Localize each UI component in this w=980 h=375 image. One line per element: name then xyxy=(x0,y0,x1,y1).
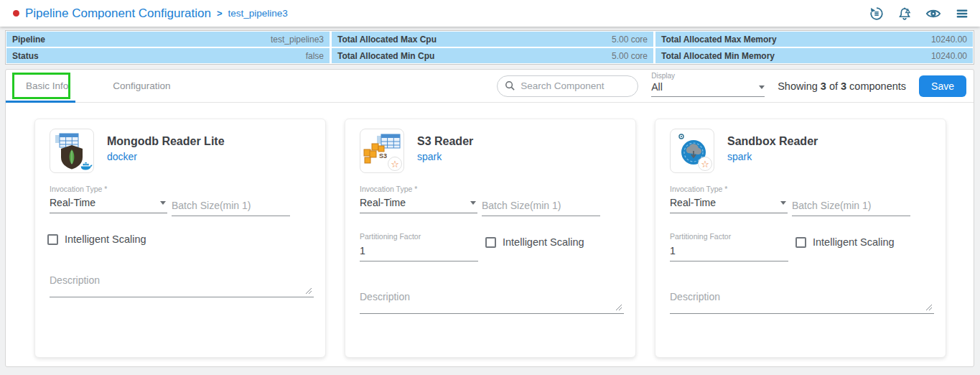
description-textarea[interactable] xyxy=(360,288,624,314)
display-filter-dropdown[interactable]: Display All xyxy=(651,72,765,97)
breadcrumb-chevron-icon: > xyxy=(217,8,223,19)
summary-cell-pipeline: Pipeline test_pipeline3 xyxy=(6,32,330,47)
intelligent-scaling-label: Intelligent Scaling xyxy=(503,236,584,248)
summary-label: Status xyxy=(12,51,39,61)
menu-list-icon[interactable] xyxy=(954,6,970,22)
intelligent-scaling-label: Intelligent Scaling xyxy=(813,236,895,248)
search-icon xyxy=(505,80,515,91)
component-card-mongodb-reader-lite: Mongodb Reader Lite docker Invocation Ty… xyxy=(34,119,326,358)
s3-spark-icon: S3 ☆ xyxy=(360,129,404,173)
page-title: Pipeline Component Configuration xyxy=(25,6,211,21)
summary-value: 5.00 core xyxy=(612,51,648,61)
summary-value: 10240.00 xyxy=(931,51,967,61)
history-icon[interactable] xyxy=(869,6,885,22)
sandbox-spark-icon: ☆ xyxy=(670,129,714,173)
preview-eye-icon[interactable] xyxy=(925,6,942,22)
component-engine: spark xyxy=(727,151,818,162)
batch-size-input[interactable] xyxy=(172,196,290,216)
partitioning-factor-label: Partitioning Factor xyxy=(670,232,788,241)
summary-cell-min-cpu: Total Allocated Min Cpu 5.00 core xyxy=(332,48,653,63)
component-card-sandbox-reader: ☆ Sandbox Reader spark Invocation Type *… xyxy=(655,119,946,358)
search-component-box xyxy=(497,75,638,97)
invocation-type-value: Real-Time xyxy=(670,197,716,208)
intelligent-scaling-checkbox[interactable] xyxy=(795,237,806,248)
invocation-type-select[interactable]: Real-Time xyxy=(50,193,167,213)
summary-value: 5.00 core xyxy=(612,34,648,45)
chevron-down-icon xyxy=(759,85,765,89)
intelligent-scaling-checkbox[interactable] xyxy=(485,237,496,248)
component-card-s3-reader: S3 ☆ S3 Reader spark Invocation Type * R… xyxy=(345,119,636,358)
invocation-type-value: Real-Time xyxy=(50,197,95,208)
summary-cell-max-memory: Total Allocated Max Memory 10240.00 xyxy=(655,32,973,47)
invocation-type-label: Invocation Type * xyxy=(50,185,167,193)
invocation-type-select[interactable]: Real-Time xyxy=(360,193,477,213)
component-config-panel: Basic Info Configuration Display All Sho… xyxy=(5,69,974,367)
pipeline-summary-table: Pipeline test_pipeline3 Total Allocated … xyxy=(5,30,974,65)
chevron-down-icon xyxy=(470,201,476,205)
alerts-bell-icon[interactable] xyxy=(897,6,913,22)
component-title: Sandbox Reader xyxy=(727,135,818,148)
summary-value: 10240.00 xyxy=(931,34,967,45)
summary-cell-max-cpu: Total Allocated Max Cpu 5.00 core xyxy=(332,32,653,47)
invocation-type-select[interactable]: Real-Time xyxy=(670,193,788,213)
save-button[interactable]: Save xyxy=(919,75,966,97)
top-header-bar: Pipeline Component Configuration > test_… xyxy=(0,0,980,27)
active-tab-indicator xyxy=(6,101,75,103)
spark-star-badge: ☆ xyxy=(698,157,712,171)
invocation-type-label: Invocation Type * xyxy=(360,185,477,193)
summary-label: Total Allocated Max Memory xyxy=(661,34,777,45)
summary-row: Status false Total Allocated Min Cpu 5.0… xyxy=(6,48,973,63)
spark-star-badge: ☆ xyxy=(388,157,402,171)
invocation-type-value: Real-Time xyxy=(360,197,406,208)
batch-size-input[interactable] xyxy=(482,196,600,216)
summary-value: false xyxy=(306,51,324,61)
search-component-input[interactable] xyxy=(521,80,628,91)
batch-size-input[interactable] xyxy=(792,196,910,216)
invocation-type-label: Invocation Type * xyxy=(670,185,788,193)
tab-basic-info[interactable]: Basic Info xyxy=(26,80,68,91)
partitioning-factor-input[interactable] xyxy=(360,241,478,261)
description-textarea[interactable] xyxy=(670,288,934,314)
summary-cell-status: Status false xyxy=(6,48,330,63)
chevron-down-icon xyxy=(160,201,166,205)
partitioning-factor-input[interactable] xyxy=(670,241,788,261)
summary-label: Total Allocated Max Cpu xyxy=(337,34,437,45)
partitioning-factor-label: Partitioning Factor xyxy=(360,232,478,241)
status-dot-icon xyxy=(13,10,19,17)
summary-label: Total Allocated Min Memory xyxy=(661,51,775,61)
intelligent-scaling-label: Intelligent Scaling xyxy=(65,233,146,245)
summary-label: Pipeline xyxy=(12,34,45,45)
intelligent-scaling-checkbox[interactable] xyxy=(47,234,58,245)
showing-components-count: Showing 3 of 3 components xyxy=(778,80,906,92)
chevron-down-icon xyxy=(780,201,786,205)
display-filter-value: All xyxy=(651,81,663,93)
summary-value: test_pipeline3 xyxy=(271,34,324,45)
docker-whale-icon xyxy=(80,162,93,172)
description-textarea[interactable] xyxy=(50,272,314,297)
display-filter-label: Display xyxy=(651,72,765,80)
component-engine: docker xyxy=(107,151,225,162)
component-title: Mongodb Reader Lite xyxy=(107,135,225,148)
component-engine: spark xyxy=(417,151,473,162)
mongodb-docker-icon xyxy=(50,129,94,173)
summary-cell-min-memory: Total Allocated Min Memory 10240.00 xyxy=(655,48,973,63)
tab-bar: Basic Info Configuration Display All Sho… xyxy=(6,70,974,103)
summary-label: Total Allocated Min Cpu xyxy=(337,51,434,61)
breadcrumb-pipeline-name[interactable]: test_pipeline3 xyxy=(228,8,288,19)
tab-configuration[interactable]: Configuration xyxy=(113,80,170,91)
component-title: S3 Reader xyxy=(417,135,473,148)
summary-row: Pipeline test_pipeline3 Total Allocated … xyxy=(6,32,973,47)
